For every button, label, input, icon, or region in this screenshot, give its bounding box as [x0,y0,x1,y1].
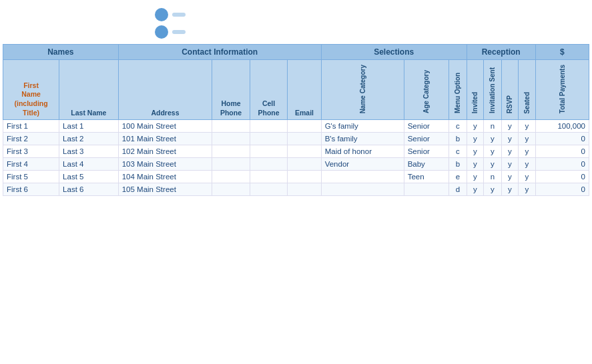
table-cell[interactable]: 0 [535,145,589,158]
table-cell[interactable]: Last 4 [59,158,119,171]
table-cell[interactable] [250,158,288,171]
table-cell[interactable]: y [467,183,484,196]
table-cell[interactable] [250,171,288,183]
table-cell[interactable]: Vendor [321,158,404,171]
table-cell[interactable] [250,183,288,196]
table-cell[interactable]: y [519,133,536,145]
table-cell[interactable]: 0 [535,158,589,171]
table-cell[interactable]: y [519,171,536,183]
table-cell[interactable]: 100 Main Street [118,120,212,133]
table-cell[interactable]: Teen [404,171,449,183]
table-cell[interactable]: B's family [321,133,404,145]
table-cell[interactable] [212,183,250,196]
table-cell[interactable] [288,158,321,171]
table-cell[interactable]: 105 Main Street [118,183,212,196]
table-cell[interactable]: Maid of honor [321,145,404,158]
table-cell[interactable] [288,133,321,145]
group-names: Names [3,45,119,60]
table-cell[interactable]: 0 [535,133,589,145]
step-2-text [172,30,186,34]
table-cell[interactable]: y [467,120,484,133]
table-cell[interactable]: e [449,171,467,183]
step-1-circle [155,8,168,21]
table-cell[interactable] [212,171,250,183]
table-cell[interactable]: d [449,183,467,196]
table-cell[interactable]: y [484,145,502,158]
table-cell[interactable]: n [484,120,502,133]
table-cell[interactable]: 101 Main Street [118,133,212,145]
table-cell[interactable]: 104 Main Street [118,171,212,183]
table-cell[interactable] [212,145,250,158]
table-cell[interactable]: b [449,133,467,145]
table-cell[interactable]: y [484,133,502,145]
table-cell[interactable]: y [484,158,502,171]
table-cell[interactable]: Last 2 [59,133,119,145]
col-rsvp: RSVP [501,60,519,120]
table-cell[interactable]: First 6 [3,183,59,196]
step-1-text [172,13,186,17]
table-cell[interactable] [250,145,288,158]
table-cell[interactable]: Senior [404,133,449,145]
table-cell[interactable]: 0 [535,183,589,196]
table-cell[interactable]: y [501,183,519,196]
col-home-phone: HomePhone [212,60,250,120]
col-invitation-sent: Invitation Sent [484,60,502,120]
table-cell[interactable]: G's family [321,120,404,133]
table-cell[interactable]: y [467,145,484,158]
table-cell[interactable] [321,183,404,196]
table-row: First 3Last 3102 Main StreetMaid of hono… [3,145,589,158]
app-header [0,0,592,41]
table-cell[interactable]: c [449,145,467,158]
table-cell[interactable]: First 3 [3,145,59,158]
table-cell[interactable]: n [484,171,502,183]
table-cell[interactable] [288,171,321,183]
table-cell[interactable]: First 5 [3,171,59,183]
table-cell[interactable]: Senior [404,145,449,158]
table-cell[interactable]: y [484,183,502,196]
table-cell[interactable]: Last 6 [59,183,119,196]
instruction-row-2 [155,25,186,39]
col-email: Email [288,60,321,120]
table-cell[interactable] [288,145,321,158]
table-cell[interactable]: First 2 [3,133,59,145]
wedding-table: Names Contact Information Selections Rec… [3,44,589,196]
table-cell[interactable]: y [501,158,519,171]
table-cell[interactable] [288,120,321,133]
table-cell[interactable]: First 1 [3,120,59,133]
col-first-name: FirstName(includingTitle) [3,60,59,120]
table-cell[interactable]: y [519,183,536,196]
table-cell[interactable]: y [467,158,484,171]
table-cell[interactable]: Senior [404,120,449,133]
table-cell[interactable] [250,133,288,145]
table-cell[interactable]: 102 Main Street [118,145,212,158]
table-cell[interactable]: Last 5 [59,171,119,183]
table-cell[interactable]: y [467,171,484,183]
table-cell[interactable]: Baby [404,158,449,171]
table-cell[interactable] [212,158,250,171]
table-cell[interactable]: c [449,120,467,133]
table-cell[interactable] [288,183,321,196]
table-cell[interactable] [321,171,404,183]
table-cell[interactable]: y [519,120,536,133]
table-cell[interactable] [250,120,288,133]
group-header-row: Names Contact Information Selections Rec… [3,45,589,60]
table-cell[interactable]: Last 3 [59,145,119,158]
table-cell[interactable]: Last 1 [59,120,119,133]
table-cell[interactable] [212,120,250,133]
table-cell[interactable]: First 4 [3,158,59,171]
table-cell[interactable]: 100,000 [535,120,589,133]
table-cell[interactable]: y [467,133,484,145]
table-cell[interactable]: 103 Main Street [118,158,212,171]
table-cell[interactable] [404,183,449,196]
table-cell[interactable]: y [501,171,519,183]
table-cell[interactable]: 0 [535,171,589,183]
table-cell[interactable]: y [501,133,519,145]
group-reception: Reception [467,45,535,60]
table-cell[interactable] [212,133,250,145]
table-cell[interactable]: y [519,158,536,171]
col-cell-phone: CellPhone [250,60,288,120]
table-cell[interactable]: y [501,120,519,133]
table-cell[interactable]: y [501,145,519,158]
table-cell[interactable]: y [519,145,536,158]
table-cell[interactable]: b [449,158,467,171]
